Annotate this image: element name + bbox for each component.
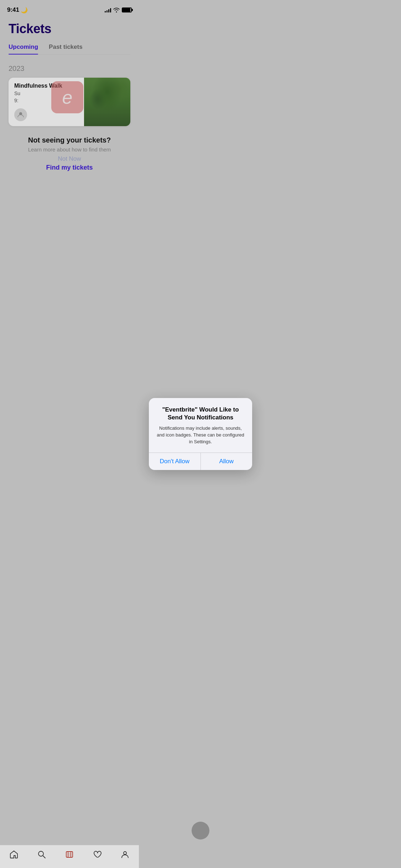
modal-backdrop: "Eventbrite" Would Like to Send You Noti… [0,0,139,301]
